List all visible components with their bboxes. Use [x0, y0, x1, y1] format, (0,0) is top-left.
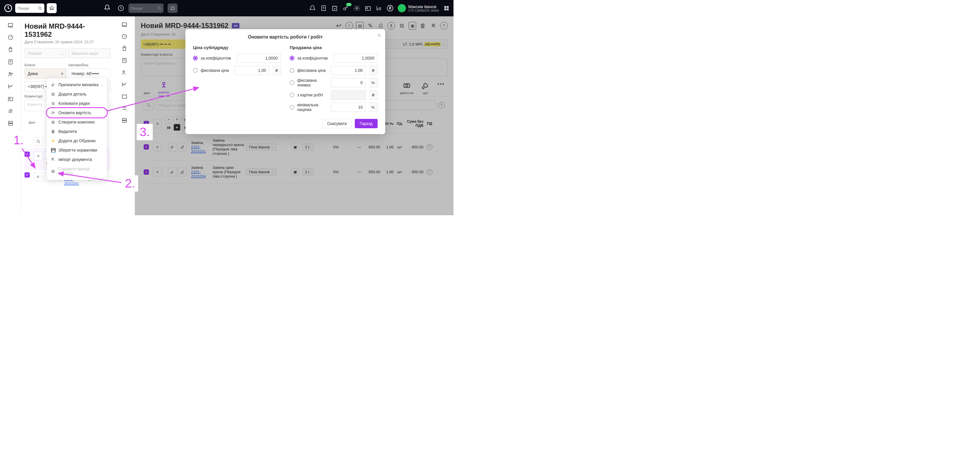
laptop-icon[interactable] [121, 22, 127, 28]
help-search-icon[interactable]: ? [438, 102, 445, 108]
sub-coef-input[interactable]: 1,0000 [237, 53, 281, 63]
id-icon[interactable] [364, 5, 371, 12]
ctx-save-norms[interactable]: 💾Зберегти нормативи [47, 145, 107, 155]
bank-icon-button[interactable] [47, 3, 57, 13]
people-icon[interactable] [121, 70, 127, 76]
tab-shop[interactable]: цех [421, 81, 430, 96]
card-icon[interactable]: ▣ [291, 168, 299, 176]
ctx-copy-rows[interactable]: ⧉Копіювати рядки [47, 99, 107, 108]
markup-select[interactable]: Загальна націн [68, 48, 110, 58]
tab-data[interactable]: дані [144, 91, 150, 96]
tab-works[interactable]: роботи [159, 81, 169, 96]
app-logo-icon[interactable] [118, 5, 124, 12]
cancel-button[interactable]: Скасувати [322, 119, 352, 128]
trash-icon[interactable]: 🗑 [419, 22, 426, 30]
work-code-link[interactable]: 2101-2010201 [191, 145, 211, 154]
tab-diagnostics[interactable]: діагно-ка [400, 81, 414, 96]
tune-icon[interactable] [121, 105, 127, 112]
chart-icon[interactable] [121, 81, 127, 88]
signature-icon[interactable]: ✎ [366, 22, 374, 30]
server-icon[interactable] [121, 118, 127, 124]
mechanic-select[interactable]: Гена Іванов⌄ [246, 143, 277, 151]
money-icon[interactable]: $ [388, 22, 395, 30]
card-icon[interactable]: ▣ [291, 143, 299, 151]
sub-fixed-input[interactable]: 1,00 [234, 66, 269, 75]
apps-icon[interactable] [443, 5, 450, 12]
dollar-icon[interactable] [387, 5, 394, 12]
location-select[interactable]: Локація⌄ [24, 48, 67, 58]
gauge-icon[interactable] [121, 33, 127, 40]
app-logo-icon[interactable] [3, 3, 13, 13]
close-icon[interactable]: ✕ [430, 22, 437, 30]
copy-icon[interactable]: ⧉ [398, 22, 406, 30]
barcode-icon[interactable]: ▮▮ [165, 124, 172, 131]
receipt-icon[interactable] [121, 57, 127, 64]
header-menu-btn[interactable]: ≡ [153, 119, 162, 128]
pencil-icon[interactable] [178, 168, 186, 177]
row-menu-btn-1[interactable]: ≡ [34, 172, 42, 181]
right-search[interactable]: Пошук [129, 3, 164, 13]
barchart-icon[interactable] [375, 5, 383, 12]
bag-icon[interactable] [7, 46, 14, 53]
save-icon[interactable]: ▣ [409, 22, 416, 30]
mechanic-select[interactable]: Гена Іванов⌄ [246, 168, 277, 175]
people-small-icon[interactable]: ⚘ [173, 116, 180, 123]
client-name-field[interactable]: Дима≡ [24, 68, 67, 79]
bag-icon[interactable] [121, 46, 127, 52]
search-btn-small[interactable] [34, 137, 43, 146]
ctx-add-detail[interactable]: ⊞Додати деталь [47, 89, 107, 99]
row-menu-btn[interactable]: ≡ [34, 151, 43, 160]
pd-help-icon[interactable]: ? [426, 144, 433, 150]
ctx-add-favorites[interactable]: ★Додати до Обраних [47, 136, 107, 145]
help-icon[interactable]: ? [440, 22, 448, 30]
modal-close-icon[interactable]: ✕ [377, 33, 381, 38]
pd-help-icon[interactable]: ? [426, 169, 433, 175]
ctx-create-complex[interactable]: ⊞Створити комплекс [47, 118, 107, 127]
sale-disc-input[interactable]: 0 [331, 78, 366, 88]
id-card-icon[interactable] [7, 95, 14, 102]
undo-icon[interactable]: ↩ [335, 22, 342, 30]
wrench-icon[interactable] [168, 168, 177, 177]
norm-pill[interactable]: 1 г. [302, 168, 313, 175]
gauge-icon[interactable] [7, 34, 14, 41]
row-menu[interactable]: ≡ [153, 168, 162, 177]
pencil-icon[interactable] [178, 143, 186, 151]
sale-fixed-input[interactable]: 1,00 [331, 66, 366, 75]
wrench-icon[interactable] [168, 143, 177, 151]
norm-pill[interactable]: 1 г. [302, 143, 313, 151]
bell-icon[interactable] [104, 5, 110, 12]
star-icon[interactable]: ★ [173, 124, 180, 131]
radio-sale-fixed[interactable] [290, 68, 294, 73]
row-menu[interactable]: ≡ [153, 143, 162, 151]
search-square[interactable] [144, 100, 154, 110]
add-icon[interactable]: + [165, 116, 172, 123]
calendar-check-icon[interactable] [331, 5, 338, 12]
people-icon[interactable] [7, 71, 14, 78]
radio-sale-disc[interactable] [290, 80, 294, 85]
print-icon[interactable]: ⎙ [377, 22, 385, 30]
receipt-icon[interactable] [7, 59, 14, 65]
more-tabs-icon[interactable]: ••• [438, 81, 445, 96]
bell-icon[interactable] [309, 5, 316, 12]
radio-sub-coef[interactable] [193, 56, 198, 61]
radio-sale-cards[interactable] [290, 92, 294, 97]
row-checkbox[interactable]: ✓ [144, 144, 149, 150]
row-checkbox[interactable]: ✓ [144, 169, 149, 175]
doc-icon[interactable]: ▤ [356, 22, 364, 30]
key-icon[interactable]: 10 [342, 5, 349, 12]
radio-sub-fixed[interactable] [193, 68, 198, 73]
info-icon[interactable]: ! [345, 22, 353, 30]
ctx-delete[interactable]: 🗑Видалити [47, 127, 107, 136]
laptop-icon[interactable] [7, 22, 14, 29]
gear-icon[interactable] [353, 5, 360, 12]
ctx-update-price[interactable]: ⟳Оновити вартість [47, 108, 107, 118]
sale-coef-input[interactable]: 1,0000 [334, 53, 377, 63]
tab-data[interactable]: Дані [24, 121, 39, 124]
chart-icon[interactable] [7, 83, 14, 90]
sale-margin-input[interactable]: 10 [331, 102, 366, 112]
work-code-link[interactable]: 2101-2010204 [191, 170, 211, 178]
ctx-import-doc[interactable]: ⇱Імпорт документа [47, 155, 107, 164]
row-checkbox-1[interactable]: ✓ [24, 172, 30, 178]
id-card-icon[interactable] [121, 94, 127, 100]
user-menu[interactable]: Максим Іванов СТО CARBOOK (9444) [398, 4, 439, 12]
